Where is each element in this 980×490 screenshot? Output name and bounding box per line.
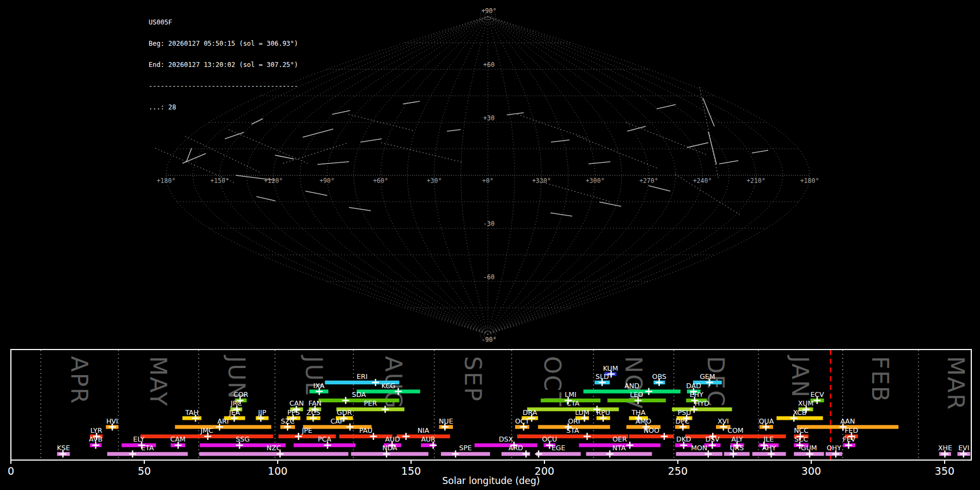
header-divider: -------------------------------------- [149,83,298,90]
shower-label-NTA: NTA [612,444,626,452]
shower-label-HYD: HYD [695,399,709,407]
text-label: +210° [746,177,765,185]
month-label-FEB: FEB [867,356,893,403]
text-label: +240° [693,177,712,185]
text-label: +90° [320,177,335,185]
shower-label-FEV: FEV [843,435,856,443]
meteor-trail [225,132,244,139]
observation-header: US005F Beg: 20260127 05:50:15 (sol = 306… [149,5,298,125]
shower-bar-XCB [776,416,823,420]
map-meridian [300,16,488,334]
meteor-trail [657,105,676,109]
radiant-drift-track [185,136,261,173]
text-label: +30° [427,177,442,185]
shower-label-PAU: PAU [359,426,372,434]
x-tick-label: 350 [935,465,954,477]
month-label-APR: APR [66,356,93,405]
meteor-trail [551,140,569,142]
shower-label-JRC: JRC [230,399,242,407]
meteor-trail [627,126,646,131]
month-label-MAR: MAR [942,356,969,411]
shower-bar-STA [517,434,628,438]
meteor-trail [303,129,333,137]
text-label: +180° [800,177,819,185]
shower-label-URS: URS [730,444,744,452]
shower-label-MON: MON [691,444,707,452]
meteor-trail [305,191,327,195]
shower-bar-MON [676,452,722,456]
meteor-count-line: ...: 28 [149,104,298,111]
shower-label-ARD: ARD [509,444,523,452]
shower-bar-NTA [586,452,652,456]
shower-label-ORI: ORI [568,417,580,425]
shower-label-AMO: AMO [635,417,651,425]
x-tick-label: 50 [138,465,151,477]
shower-label-NUE: NUE [439,417,453,425]
shower-label-KUM: KUM [603,364,618,372]
shower-bar-SDA [318,399,399,402]
x-tick-label: 150 [401,465,421,477]
meteor-trail [589,162,610,164]
x-tick-label: 0 [8,465,14,477]
x-tick-label: 300 [801,465,821,477]
text-label: +90° [481,7,497,15]
shower-label-EHY: EHY [690,390,703,399]
shower-label-DSX: DSX [499,435,513,443]
x-axis-title: Solar longitude (deg) [442,475,540,486]
shower-label-GEM: GEM [700,372,715,381]
meteor-trail [360,139,382,142]
shower-label-JMC: JMC [200,426,213,434]
shower-label-OHY: OHY [826,444,841,452]
shower-label-STA: STA [566,426,579,434]
radiant-drift-track [517,114,588,139]
meteor-trail [275,155,294,159]
meteor-trail [719,161,738,164]
meteor-trail [752,150,768,153]
shower-bar-EGE [536,452,581,456]
shower-bar-NZC [199,452,348,456]
month-label-JAN: JAN [787,354,813,399]
shower-label-GUM: GUM [801,444,817,452]
meteor-trail [349,207,371,211]
shower-label-OER: OER [612,435,627,443]
shower-label-NCC: NCC [794,426,808,434]
shower-label-NDA: NDA [382,444,397,452]
map-meridian [488,16,810,334]
text-label: +150° [210,177,229,185]
end-time-line: End: 20260127 13:20:02 (sol = 307.25°) [149,62,298,69]
shower-label-SSG: SSG [236,435,250,443]
text-label: +30 [483,114,495,122]
radiant-drift-track [381,143,463,162]
x-tick-label: 100 [268,465,287,477]
shower-label-TAH: TAH [185,408,199,416]
map-meridian [488,16,649,334]
shower-label-LMI: LMI [565,390,576,399]
text-label: +60 [483,61,495,69]
text-label: +120° [264,177,283,185]
radiant-drift-track [283,143,348,163]
plot-svg: +90°+60+30-30-60-90°+180°+150°+120°+90°+… [0,0,980,490]
x-tick-label: 250 [668,465,688,477]
shower-label-JLE: JLE [763,435,774,443]
shower-label-EGE: EGE [552,444,566,452]
meteor-trail [708,132,716,164]
shower-label-AHY: AHY [762,444,776,452]
text-label: +60° [373,177,388,185]
text-label: -30 [483,220,495,228]
shower-label-SCC: SCC [794,435,808,443]
station-id: US005F [149,19,298,26]
meteor-trail [648,186,670,191]
text-label: +0° [482,177,494,185]
meteor-trail [599,202,621,206]
shower-label-NIA: NIA [418,426,430,434]
meteor-trail [550,213,572,216]
shower-label-ETA: ETA [141,444,154,452]
shower-label-SPE: SPE [459,444,471,452]
month-label-SEP: SEP [460,356,486,402]
shower-label-SDA: SDA [352,390,366,399]
shower-label-AND: AND [624,382,640,390]
meteor-trail [703,98,714,126]
meteor-trail [687,143,708,148]
meteor-trail [507,113,524,115]
radiant-drift-track [229,130,308,163]
